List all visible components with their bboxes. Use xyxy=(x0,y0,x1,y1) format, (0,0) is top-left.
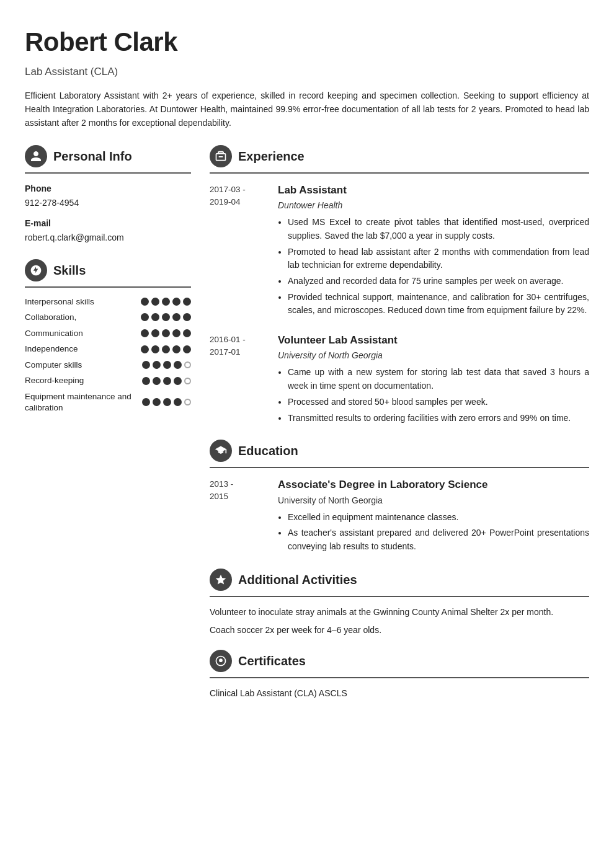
candidate-title: Lab Assistant (CLA) xyxy=(25,64,589,80)
skill-dots xyxy=(142,377,191,385)
candidate-name: Robert Clark xyxy=(25,22,589,61)
right-column: Experience 2017-03 -2019-04Lab Assistant… xyxy=(210,145,589,713)
personal-info-title: Personal Info xyxy=(53,147,132,166)
edu-bullets: Excelled in equipment maintenance classe… xyxy=(278,511,589,554)
skill-dot xyxy=(172,329,180,337)
skill-dot xyxy=(142,377,150,385)
edu-bullet: Excelled in equipment maintenance classe… xyxy=(288,511,589,525)
activities-list: Volunteer to inoculate stray animals at … xyxy=(210,606,589,637)
certificate-item: Clinical Lab Assistant (CLA) ASCLS xyxy=(210,687,589,700)
skill-dot xyxy=(163,377,171,385)
skill-dot xyxy=(184,399,191,405)
skill-dot xyxy=(162,313,170,321)
additional-activities-title: Additional Activities xyxy=(238,570,357,589)
skill-dot xyxy=(141,329,149,337)
skill-dot xyxy=(183,329,191,337)
email-label: E-mail xyxy=(25,217,191,230)
edu-content: Associate's Degree in Laboratory Science… xyxy=(278,477,589,556)
experience-entry: 2016-01 -2017-01Volunteer Lab AssistantU… xyxy=(210,332,589,427)
phone-label: Phone xyxy=(25,182,191,195)
education-entry: 2013 -2015Associate's Degree in Laborato… xyxy=(210,477,589,556)
certificates-header: Certificates xyxy=(210,650,589,672)
exp-bullet: Came up with a new system for storing la… xyxy=(288,366,589,392)
skill-name: Equipment maintenance and calibration xyxy=(25,391,137,413)
skill-dot xyxy=(162,345,170,353)
skill-row: Record-keeping xyxy=(25,375,191,386)
left-column: Personal Info Phone 912-278-4954 E-mail … xyxy=(25,145,191,418)
skill-dot xyxy=(184,378,191,384)
skill-dot xyxy=(162,329,170,337)
skill-name: Collaboration, xyxy=(25,312,136,323)
certificates-list: Clinical Lab Assistant (CLA) ASCLS xyxy=(210,687,589,700)
exp-bullet: Analyzed and recorded data for 75 urine … xyxy=(288,275,589,288)
skill-dot xyxy=(162,298,170,306)
exp-job-title: Volunteer Lab Assistant xyxy=(278,332,589,348)
skill-name: Interpersonal skills xyxy=(25,296,136,308)
edu-bullet: As teacher's assistant prepared and deli… xyxy=(288,526,589,553)
skill-dots xyxy=(141,329,191,337)
skills-title: Skills xyxy=(53,261,86,280)
star-icon xyxy=(215,574,227,586)
exp-bullet: Processed and stored 50+ blood samples p… xyxy=(288,396,589,409)
skill-row: Equipment maintenance and calibration xyxy=(25,391,191,413)
skill-dot xyxy=(163,398,171,406)
activities-divider xyxy=(210,596,589,597)
skill-dot xyxy=(172,313,180,321)
personal-info-header: Personal Info xyxy=(25,145,191,167)
skill-dot xyxy=(153,377,161,385)
skill-dot xyxy=(163,361,171,369)
education-title: Education xyxy=(238,441,298,460)
edu-degree: Associate's Degree in Laboratory Science xyxy=(278,477,589,493)
experience-header: Experience xyxy=(210,145,589,167)
certificates-section: Certificates Clinical Lab Assistant (CLA… xyxy=(210,650,589,700)
activities-icon xyxy=(210,569,232,591)
personal-info-icon xyxy=(25,145,47,167)
exp-bullet: Provided technical support, maintenance,… xyxy=(288,291,589,317)
education-divider xyxy=(210,467,589,468)
skill-dot xyxy=(183,298,191,306)
skill-dot xyxy=(151,345,159,353)
exp-content: Volunteer Lab AssistantUniversity of Nor… xyxy=(278,332,589,427)
experience-entry: 2017-03 -2019-04Lab AssistantDuntower He… xyxy=(210,182,589,320)
exp-bullet: Transmitted results to ordering faciliti… xyxy=(288,412,589,425)
skill-dot xyxy=(151,298,159,306)
exp-content: Lab AssistantDuntower HealthUsed MS Exce… xyxy=(278,182,589,320)
main-content: Personal Info Phone 912-278-4954 E-mail … xyxy=(25,145,589,713)
skills-header: Skills xyxy=(25,259,191,281)
skill-name: Computer skills xyxy=(25,360,137,371)
experience-icon xyxy=(210,145,232,167)
skill-dots xyxy=(142,361,191,369)
skill-dot xyxy=(141,313,149,321)
exp-bullets: Used MS Excel to create pivot tables tha… xyxy=(278,216,589,317)
personal-info-divider xyxy=(25,172,191,174)
skill-dots xyxy=(141,298,191,306)
skill-row: Interpersonal skills xyxy=(25,296,191,308)
skill-row: Computer skills xyxy=(25,360,191,371)
certificate-svg-icon xyxy=(215,655,227,667)
certificates-divider xyxy=(210,677,589,678)
certificates-title: Certificates xyxy=(238,652,306,670)
exp-date: 2017-03 -2019-04 xyxy=(210,182,265,320)
edu-school: University of North Georgia xyxy=(278,494,589,507)
skill-dot xyxy=(183,345,191,353)
exp-company: Duntower Health xyxy=(278,199,589,212)
skill-name: Record-keeping xyxy=(25,375,137,386)
education-icon xyxy=(210,440,232,462)
candidate-summary: Efficient Laboratory Assistant with 2+ y… xyxy=(25,89,589,130)
skill-dot xyxy=(153,361,161,369)
skill-dot xyxy=(174,398,182,406)
certificates-icon xyxy=(210,650,232,672)
skills-svg-icon xyxy=(30,264,42,277)
education-entries: 2013 -2015Associate's Degree in Laborato… xyxy=(210,477,589,556)
skill-row: Communication xyxy=(25,328,191,339)
skill-row: Independence xyxy=(25,343,191,355)
exp-date: 2016-01 -2017-01 xyxy=(210,332,265,427)
additional-activities-header: Additional Activities xyxy=(210,569,589,591)
skills-list: Interpersonal skillsCollaboration,Commun… xyxy=(25,296,191,413)
skill-dot xyxy=(141,298,149,306)
skill-dot xyxy=(153,398,161,406)
email-value: robert.q.clark@gmail.com xyxy=(25,231,191,244)
header: Robert Clark Lab Assistant (CLA) Efficie… xyxy=(25,22,589,130)
experience-divider xyxy=(210,172,589,174)
exp-job-title: Lab Assistant xyxy=(278,182,589,198)
